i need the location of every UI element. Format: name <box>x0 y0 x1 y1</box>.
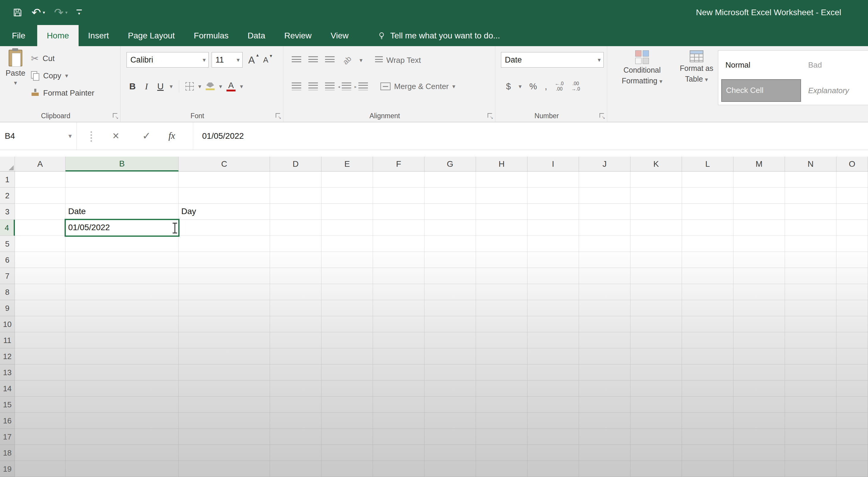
cell-C9[interactable] <box>179 300 270 316</box>
cell-D14[interactable] <box>270 381 321 397</box>
cell-I17[interactable] <box>527 429 579 445</box>
cell-G7[interactable] <box>425 268 476 284</box>
cell-E4[interactable] <box>321 220 373 236</box>
cell-K18[interactable] <box>630 445 682 461</box>
cell-A1[interactable] <box>15 172 65 187</box>
cell-C14[interactable] <box>179 381 270 397</box>
merge-center-button[interactable]: Merge & Center ▾ <box>380 82 456 91</box>
cell-E1[interactable] <box>321 172 373 187</box>
row-header-9[interactable]: 9 <box>0 300 15 316</box>
cell-E5[interactable] <box>321 236 373 252</box>
cell-N16[interactable] <box>785 413 836 429</box>
cell-G19[interactable] <box>425 461 476 477</box>
cell-G6[interactable] <box>425 252 476 268</box>
row-header-15[interactable]: 15 <box>0 397 15 413</box>
cell-L18[interactable] <box>682 445 734 461</box>
formula-input[interactable]: 01/05/2022 <box>193 122 868 150</box>
cell-O5[interactable] <box>836 236 868 252</box>
font-color-dropdown-icon[interactable]: ▾ <box>240 83 243 89</box>
formula-bar-handle[interactable] <box>91 131 92 133</box>
cell-L4[interactable] <box>682 220 734 236</box>
format-as-table-button[interactable]: Format as Table ▾ <box>673 50 720 84</box>
cell-C10[interactable] <box>179 316 270 332</box>
cell-O15[interactable] <box>836 397 868 413</box>
cell-G15[interactable] <box>425 397 476 413</box>
cell-L17[interactable] <box>682 429 734 445</box>
cell-E6[interactable] <box>321 252 373 268</box>
select-all-button[interactable] <box>0 157 15 172</box>
cell-K12[interactable] <box>630 348 682 364</box>
cell-L1[interactable] <box>682 172 734 187</box>
cell-M16[interactable] <box>734 413 785 429</box>
cell-C13[interactable] <box>179 364 270 381</box>
cell-A8[interactable] <box>15 284 65 300</box>
cell-D4[interactable] <box>270 220 321 236</box>
cell-K8[interactable] <box>630 284 682 300</box>
cell-H9[interactable] <box>476 300 527 316</box>
cell-C8[interactable] <box>179 284 270 300</box>
cell-N10[interactable] <box>785 316 836 332</box>
cell-I9[interactable] <box>527 300 579 316</box>
cell-L11[interactable] <box>682 332 734 348</box>
cell-B19[interactable] <box>65 461 179 477</box>
cell-K16[interactable] <box>630 413 682 429</box>
cell-H13[interactable] <box>476 364 527 381</box>
cell-K3[interactable] <box>630 204 682 220</box>
row-header-10[interactable]: 10 <box>0 316 15 332</box>
underline-button[interactable]: U <box>156 81 165 91</box>
row-header-11[interactable]: 11 <box>0 332 15 348</box>
alignment-dialog-launcher[interactable] <box>488 113 492 118</box>
cell-E13[interactable] <box>321 364 373 381</box>
comma-style-button[interactable]: , <box>545 82 547 91</box>
cell-G12[interactable] <box>425 348 476 364</box>
cell-B4[interactable]: 01/05/2022 <box>65 220 179 236</box>
column-header-D[interactable]: D <box>270 157 321 172</box>
cell-L13[interactable] <box>682 364 734 381</box>
increase-indent-button[interactable] <box>359 83 368 90</box>
cell-L15[interactable] <box>682 397 734 413</box>
cell-A10[interactable] <box>15 316 65 332</box>
decrease-decimal-button[interactable]: .00 →.0 <box>571 81 580 91</box>
cell-H11[interactable] <box>476 332 527 348</box>
cell-K4[interactable] <box>630 220 682 236</box>
cell-D16[interactable] <box>270 413 321 429</box>
tab-insert[interactable]: Insert <box>79 25 119 46</box>
cell-B16[interactable] <box>65 413 179 429</box>
cell-E18[interactable] <box>321 445 373 461</box>
style-bad[interactable]: Bad <box>804 54 868 76</box>
row-header-6[interactable]: 6 <box>0 252 15 268</box>
cell-M12[interactable] <box>734 348 785 364</box>
cell-L19[interactable] <box>682 461 734 477</box>
cell-J19[interactable] <box>579 461 630 477</box>
cell-B10[interactable] <box>65 316 179 332</box>
cell-D11[interactable] <box>270 332 321 348</box>
column-header-O[interactable]: O <box>836 157 868 172</box>
increase-decimal-button[interactable]: ←.0 .00 <box>555 81 563 91</box>
row-header-16[interactable]: 16 <box>0 413 15 429</box>
cell-C3[interactable]: Day <box>179 204 270 220</box>
cell-L10[interactable] <box>682 316 734 332</box>
cell-F8[interactable] <box>373 284 425 300</box>
cell-C2[interactable] <box>179 187 270 204</box>
cell-O16[interactable] <box>836 413 868 429</box>
column-header-N[interactable]: N <box>785 157 836 172</box>
cell-J12[interactable] <box>579 348 630 364</box>
cell-J4[interactable] <box>579 220 630 236</box>
cell-A6[interactable] <box>15 252 65 268</box>
cell-L8[interactable] <box>682 284 734 300</box>
clipboard-dialog-launcher[interactable] <box>113 113 117 118</box>
cell-A2[interactable] <box>15 187 65 204</box>
cell-F14[interactable] <box>373 381 425 397</box>
cell-N17[interactable] <box>785 429 836 445</box>
cell-L2[interactable] <box>682 187 734 204</box>
cell-E8[interactable] <box>321 284 373 300</box>
font-name-select[interactable]: Calibri ▾ <box>126 52 209 68</box>
cell-G5[interactable] <box>425 236 476 252</box>
cell-M4[interactable] <box>734 220 785 236</box>
cell-H1[interactable] <box>476 172 527 187</box>
undo-dropdown-icon[interactable]: ▾ <box>43 10 45 15</box>
column-header-C[interactable]: C <box>179 157 270 172</box>
cell-N11[interactable] <box>785 332 836 348</box>
cell-D12[interactable] <box>270 348 321 364</box>
cell-C4[interactable] <box>179 220 270 236</box>
